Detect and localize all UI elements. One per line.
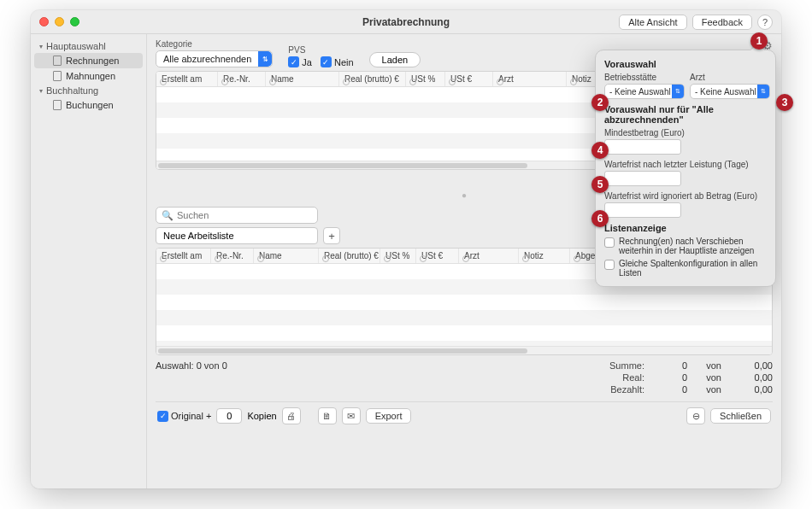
laden-button[interactable]: Laden — [369, 52, 421, 67]
document-icon — [53, 56, 62, 66]
betriebsstaette-select[interactable]: - Keine Auswahl -⇅ — [604, 84, 685, 99]
wartefrist-betrag-input[interactable] — [604, 202, 681, 218]
printer-icon: 🖨 — [286, 411, 296, 421]
chk-weiterhin-anzeigen[interactable]: Rechnung(en) nach Verschieben weiterhin … — [604, 237, 767, 255]
annotation-marker-6: 6 — [591, 210, 609, 227]
search-input[interactable]: 🔍 — [156, 207, 318, 224]
sidebar-group-hauptauswahl[interactable]: ▾Hauptauswahl — [31, 39, 146, 53]
col-real[interactable]: Real (brutto) € — [339, 72, 406, 86]
app-window: Privatabrechnung Alte Ansicht Feedback ?… — [31, 10, 781, 489]
titlebar: Privatabrechnung Alte Ansicht Feedback ? — [31, 10, 781, 34]
wartefrist-tage-input[interactable] — [604, 171, 681, 186]
kopien-input[interactable] — [216, 408, 242, 424]
check-icon: ✓ — [288, 56, 299, 67]
sidebar-item-mahnungen[interactable]: Mahnungen — [31, 68, 146, 84]
sidebar-group-buchhaltung[interactable]: ▾Buchhaltung — [31, 84, 146, 97]
annotation-marker-1: 1 — [750, 32, 768, 50]
pvs-ja-checkbox[interactable]: ✓Ja — [288, 56, 312, 67]
close-icon[interactable] — [39, 17, 49, 26]
minimize-icon[interactable] — [55, 17, 64, 26]
document-icon — [53, 100, 62, 110]
mail-button[interactable]: ✉ — [342, 407, 361, 424]
help-button[interactable]: ? — [757, 15, 773, 30]
mindestbetrag-input[interactable] — [604, 139, 681, 155]
col-name[interactable]: Name — [266, 72, 339, 86]
chk-gleiche-spalten[interactable]: Gleiche Spaltenkonfiguration in allen Li… — [604, 259, 767, 278]
chevron-updown-icon: ⇅ — [672, 85, 684, 98]
sidebar: ▾Hauptauswahl Rechnungen Mahnungen ▾Buch… — [31, 34, 147, 489]
footer-bar: ✓Original + Kopien 🖨 🗎 ✉ Export ⊖ Schlie… — [156, 401, 773, 426]
h-scrollbar[interactable] — [156, 346, 772, 354]
sidebar-item-buchungen[interactable]: Buchungen — [31, 97, 146, 113]
popover-heading-nur: Vorauswahl nur für "Alle abzurechnenden" — [604, 104, 767, 125]
check-icon: ✓ — [321, 56, 332, 67]
chevron-updown-icon: ⇅ — [258, 51, 272, 67]
annotation-marker-5: 5 — [591, 176, 609, 193]
chevron-down-icon: ▾ — [39, 43, 43, 50]
original-checkbox[interactable]: ✓Original + — [157, 411, 211, 422]
worklist-name[interactable]: Neue Arbeitsliste — [156, 227, 318, 244]
schliessen-button[interactable]: Schließen — [710, 408, 771, 424]
pvs-nein-checkbox[interactable]: ✓Nein — [321, 56, 354, 67]
col-arzt[interactable]: Arzt — [493, 72, 567, 86]
col-renr[interactable]: Re.-Nr. — [218, 72, 266, 86]
annotation-marker-2: 2 — [591, 94, 609, 111]
document-icon — [53, 71, 62, 81]
check-icon: ✓ — [157, 411, 168, 422]
window-controls — [39, 17, 79, 26]
settings-popover: Vorauswahl Betriebsstätte - Keine Auswah… — [595, 50, 776, 287]
minus-icon: ⊖ — [692, 411, 700, 422]
col-ustp[interactable]: USt % — [406, 72, 445, 86]
totals-grid: Summe:0von0,00 Real:0von0,00 Bezahlt:0vo… — [609, 360, 773, 395]
mail-icon: ✉ — [347, 411, 355, 422]
pvs-label: PVS — [288, 45, 353, 55]
kategorie-label: Kategorie — [156, 39, 273, 49]
feedback-button[interactable]: Feedback — [692, 15, 752, 30]
col-erstellt[interactable]: Erstellt am — [156, 72, 218, 86]
export-button[interactable]: Export — [366, 408, 412, 424]
chevron-updown-icon: ⇅ — [757, 85, 769, 98]
minus-button[interactable]: ⊖ — [686, 407, 705, 424]
popover-heading-vorauswahl: Vorauswahl — [604, 59, 767, 69]
document-icon: 🗎 — [322, 411, 332, 421]
print-button[interactable]: 🖨 — [282, 407, 301, 424]
selection-status-2: Auswahl: 0 von 0 — [156, 360, 227, 395]
alte-ansicht-button[interactable]: Alte Ansicht — [619, 15, 686, 30]
annotation-marker-3: 3 — [776, 94, 793, 111]
zoom-icon[interactable] — [70, 17, 79, 26]
document-button[interactable]: 🗎 — [318, 407, 337, 424]
add-worklist-button[interactable]: + — [323, 227, 340, 244]
col-uste[interactable]: USt € — [445, 72, 493, 86]
chevron-down-icon: ▾ — [39, 87, 43, 95]
annotation-marker-4: 4 — [591, 142, 609, 159]
search-icon: 🔍 — [162, 210, 174, 221]
arzt-select[interactable]: - Keine Auswahl -⇅ — [690, 84, 770, 99]
sidebar-item-rechnungen[interactable]: Rechnungen — [34, 53, 143, 68]
kategorie-select[interactable]: Alle abzurechnenden⇅ — [156, 50, 273, 67]
popover-heading-liste: Listenanzeige — [604, 223, 767, 233]
